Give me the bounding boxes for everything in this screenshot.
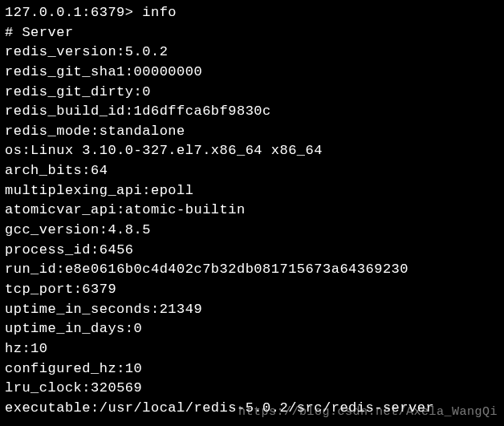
value: 64 xyxy=(91,163,108,178)
info-line-multiplexing-api: multiplexing_api:epoll xyxy=(5,181,499,201)
value: 10 xyxy=(30,341,47,356)
value: Linux 3.10.0-327.el7.x86_64 x86_64 xyxy=(30,143,323,158)
key-label: os xyxy=(5,143,22,158)
key-label: multiplexing_api xyxy=(5,183,142,198)
value: 10 xyxy=(125,361,142,376)
info-line-redis-mode: redis_mode:standalone xyxy=(5,122,499,142)
key-label: arch_bits xyxy=(5,163,82,178)
info-line-redis-git-sha1: redis_git_sha1:00000000 xyxy=(5,63,499,83)
value: 00000000 xyxy=(134,64,203,79)
key-label: uptime_in_days xyxy=(5,321,125,336)
terminal-prompt-line[interactable]: 127.0.0.1:6379> info xyxy=(5,3,499,23)
info-line-lru-clock: lru_clock:320569 xyxy=(5,379,499,399)
info-line-os: os:Linux 3.10.0-327.el7.x86_64 x86_64 xyxy=(5,141,499,161)
key-label: configured_hz xyxy=(5,361,116,376)
value: 6379 xyxy=(82,282,116,297)
key-label: executable xyxy=(5,400,91,416)
value: 5.0.2 xyxy=(125,44,169,59)
info-line-configured-hz: configured_hz:10 xyxy=(5,359,499,379)
value: epoll xyxy=(151,183,194,198)
key-label: hz xyxy=(5,341,22,356)
info-line-redis-build-id: redis_build_id:1d6dffca6bf9830c xyxy=(5,102,499,122)
key-label: redis_git_sha1 xyxy=(5,64,125,79)
key-label: lru_clock xyxy=(5,380,82,396)
key-label: atomicvar_api xyxy=(5,202,116,217)
value: 4.8.5 xyxy=(108,222,151,237)
key-label: process_id xyxy=(5,242,91,258)
info-line-gcc-version: gcc_version:4.8.5 xyxy=(5,221,499,241)
key-label: redis_build_id xyxy=(5,103,125,119)
info-line-arch-bits: arch_bits:64 xyxy=(5,161,499,181)
key-label: run_id xyxy=(5,262,56,277)
value: 1d6dffca6bf9830c xyxy=(134,103,271,119)
info-line-uptime-in-seconds: uptime_in_seconds:21349 xyxy=(5,300,499,320)
value: standalone xyxy=(100,124,185,139)
value: 6456 xyxy=(100,242,134,258)
key-label: uptime_in_seconds xyxy=(5,302,151,317)
value: 21349 xyxy=(160,302,203,317)
section-header: # Server xyxy=(5,23,499,43)
info-line-hz: hz:10 xyxy=(5,339,499,359)
info-line-tcp-port: tcp_port:6379 xyxy=(5,280,499,300)
key-label: redis_version xyxy=(5,44,116,59)
value: 0 xyxy=(142,84,151,99)
key-label: redis_mode xyxy=(5,124,91,139)
info-line-run-id: run_id:e8e0616b0c4d402c7b32db081715673a6… xyxy=(5,260,499,280)
value: 320569 xyxy=(91,380,142,396)
key-label: tcp_port xyxy=(5,282,74,297)
info-line-uptime-in-days: uptime_in_days:0 xyxy=(5,319,499,339)
key-label: redis_git_dirty xyxy=(5,84,134,99)
value: atomic-builtin xyxy=(125,202,246,217)
watermark-text: https://blog.csdn.net/Axela_WangQi xyxy=(238,404,498,421)
value: 0 xyxy=(134,321,143,336)
value: e8e0616b0c4d402c7b32db081715673a64369230 xyxy=(65,262,408,277)
info-line-redis-git-dirty: redis_git_dirty:0 xyxy=(5,83,499,103)
info-line-atomicvar-api: atomicvar_api:atomic-builtin xyxy=(5,201,499,221)
key-label: gcc_version xyxy=(5,222,100,237)
info-line-redis-version: redis_version:5.0.2 xyxy=(5,43,499,63)
info-line-process-id: process_id:6456 xyxy=(5,241,499,261)
